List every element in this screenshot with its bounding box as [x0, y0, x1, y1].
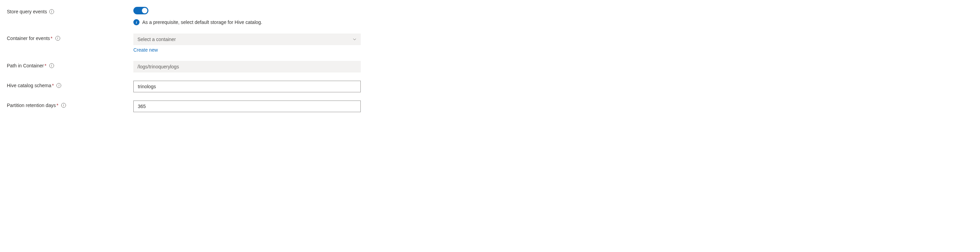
row-hive-catalog-schema: Hive catalog schema * i	[7, 81, 973, 93]
control-container-for-events: Select a container Create new	[134, 33, 361, 53]
input-partition-retention-days[interactable]	[134, 100, 361, 112]
required-indicator: *	[52, 83, 54, 88]
control-path-in-container	[134, 61, 361, 72]
callout-store-query-events: i As a prerequisite, select default stor…	[134, 19, 361, 25]
info-filled-icon: i	[134, 19, 140, 25]
select-container[interactable]: Select a container	[134, 33, 361, 45]
label-path-in-container: Path in Container * i	[7, 61, 134, 69]
chevron-down-icon	[353, 37, 356, 41]
info-icon[interactable]: i	[49, 9, 54, 14]
link-create-new[interactable]: Create new	[134, 47, 361, 53]
info-icon[interactable]: i	[56, 83, 61, 88]
select-placeholder: Select a container	[137, 37, 176, 42]
label-text: Path in Container	[7, 63, 44, 69]
label-text: Container for events	[7, 35, 50, 41]
toggle-store-query-events[interactable]	[134, 7, 148, 14]
label-store-query-events: Store query events i	[7, 7, 134, 14]
info-icon[interactable]: i	[49, 63, 54, 68]
input-hive-catalog-schema[interactable]	[134, 81, 361, 93]
required-indicator: *	[45, 63, 46, 69]
callout-text: As a prerequisite, select default storag…	[142, 19, 262, 25]
label-text: Store query events	[7, 9, 47, 14]
row-partition-retention-days: Partition retention days * i	[7, 100, 973, 112]
info-icon[interactable]: i	[56, 36, 60, 41]
label-text: Partition retention days	[7, 102, 56, 108]
label-text: Hive catalog schema	[7, 83, 51, 88]
required-indicator: *	[56, 102, 58, 108]
row-path-in-container: Path in Container * i	[7, 61, 973, 72]
row-container-for-events: Container for events * i Select a contai…	[7, 33, 973, 53]
row-store-query-events: Store query events i i As a prerequisite…	[7, 7, 973, 25]
control-hive-catalog-schema	[134, 81, 361, 93]
label-container-for-events: Container for events * i	[7, 33, 134, 41]
control-store-query-events: i As a prerequisite, select default stor…	[134, 7, 361, 25]
label-partition-retention-days: Partition retention days * i	[7, 100, 134, 108]
label-hive-catalog-schema: Hive catalog schema * i	[7, 81, 134, 88]
required-indicator: *	[51, 35, 52, 41]
input-path-in-container[interactable]	[134, 61, 361, 72]
info-icon[interactable]: i	[61, 103, 66, 108]
control-partition-retention-days	[134, 100, 361, 112]
